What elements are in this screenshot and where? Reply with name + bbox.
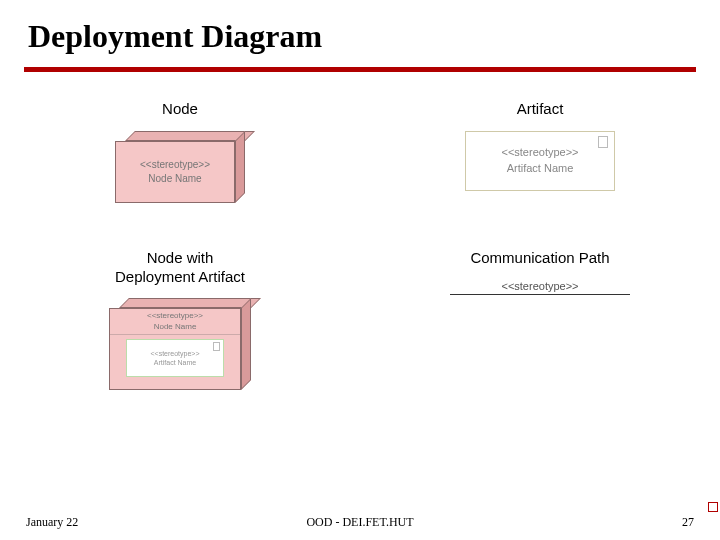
comm-path-line-icon: [450, 294, 630, 295]
footer-date: January 22: [26, 515, 249, 530]
slide-content: Node <<stereotype>> Node Name Artifact <…: [0, 100, 720, 402]
row-1: Node <<stereotype>> Node Name Artifact <…: [0, 100, 720, 203]
cell-artifact: Artifact <<stereotype>> Artifact Name: [360, 100, 720, 203]
nested-artifact-icon: <<stereotype>> Artifact Name: [126, 339, 224, 377]
cell-node-with-artifact: Node with Deployment Artifact <<stereoty…: [0, 249, 360, 391]
outer-node-name: Node Name: [154, 322, 197, 331]
label-node-with-artifact: Node with Deployment Artifact: [115, 249, 245, 287]
document-dogear-icon: [598, 136, 608, 148]
communication-path-icon: <<stereotype>>: [450, 280, 630, 295]
node-3d-icon: <<stereotype>> Node Name: [115, 131, 245, 203]
node-name: Node Name: [148, 172, 201, 186]
footer-center: OOD - DEI.FET.HUT: [249, 515, 472, 530]
footer-page: 27: [471, 515, 694, 530]
node-with-artifact-icon: <<stereotype>> Node Name <<stereotype>> …: [109, 298, 251, 390]
artifact-name: Artifact Name: [507, 161, 574, 176]
outer-stereotype: <<stereotype>>: [147, 311, 203, 320]
footer: January 22 OOD - DEI.FET.HUT 27: [0, 515, 720, 530]
comm-path-stereotype: <<stereotype>>: [501, 280, 578, 292]
artifact-box-icon: <<stereotype>> Artifact Name: [465, 131, 615, 191]
corner-square-icon: [708, 502, 718, 512]
inner-stereotype: <<stereotype>>: [150, 349, 199, 358]
nested-dogear-icon: [213, 342, 220, 351]
cell-comm-path: Communication Path <<stereotype>>: [360, 249, 720, 391]
artifact-stereotype: <<stereotype>>: [501, 145, 578, 160]
slide-title: Deployment Diagram: [0, 0, 720, 61]
label-artifact: Artifact: [517, 100, 564, 119]
title-underline: [24, 67, 696, 72]
label-comm-path: Communication Path: [470, 249, 609, 268]
cell-node: Node <<stereotype>> Node Name: [0, 100, 360, 203]
node-stereotype: <<stereotype>>: [140, 158, 210, 172]
label-node: Node: [162, 100, 198, 119]
inner-artifact-name: Artifact Name: [154, 358, 196, 367]
row-2: Node with Deployment Artifact <<stereoty…: [0, 249, 720, 391]
